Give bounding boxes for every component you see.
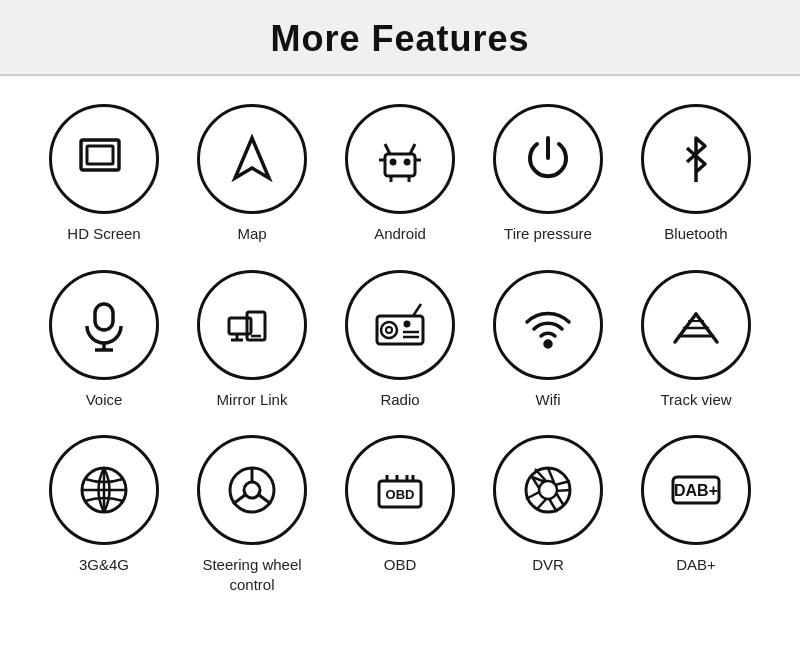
svg-text:DAB+: DAB+: [674, 482, 718, 499]
map-label: Map: [237, 224, 266, 244]
feature-track-view: Track view: [622, 262, 770, 418]
svg-line-42: [259, 495, 271, 504]
svg-rect-1: [87, 146, 113, 164]
wifi-icon: [517, 294, 579, 356]
track-view-icon-circle: [641, 270, 751, 380]
bluetooth-icon-circle: [641, 104, 751, 214]
feature-map: Map: [178, 96, 326, 252]
map-icon-circle: [197, 104, 307, 214]
hd-screen-icon: [73, 128, 135, 190]
svg-rect-22: [377, 316, 423, 344]
feature-bluetooth: Bluetooth: [622, 96, 770, 252]
dvr-icon-circle: [493, 435, 603, 545]
map-icon: [221, 128, 283, 190]
dab-label: DAB+: [676, 555, 716, 575]
feature-tire-pressure: Tire pressure: [474, 96, 622, 252]
svg-point-5: [405, 160, 409, 164]
obd-icon: OBD: [369, 459, 431, 521]
android-label: Android: [374, 224, 426, 244]
feature-android: Android: [326, 96, 474, 252]
steering-wheel-icon-circle: [197, 435, 307, 545]
svg-rect-14: [95, 304, 113, 330]
feature-3g4g: 3G&4G: [30, 427, 178, 602]
steering-wheel-label: Steering wheel control: [182, 555, 322, 594]
page-title: More Features: [0, 18, 800, 60]
svg-line-28: [413, 304, 421, 316]
android-icon: [369, 128, 431, 190]
voice-icon-circle: [49, 270, 159, 380]
tire-pressure-icon: [517, 128, 579, 190]
svg-line-7: [410, 144, 415, 154]
radio-icon: [369, 294, 431, 356]
feature-obd: OBD OBD: [326, 427, 474, 602]
svg-point-50: [539, 481, 557, 499]
steering-wheel-icon: [221, 459, 283, 521]
radio-icon-circle: [345, 270, 455, 380]
feature-mirror-link: Mirror Link: [178, 262, 326, 418]
android-icon-circle: [345, 104, 455, 214]
3g4g-icon: [73, 459, 135, 521]
svg-text:OBD: OBD: [386, 487, 415, 502]
wifi-icon-circle: [493, 270, 603, 380]
tire-pressure-icon-circle: [493, 104, 603, 214]
feature-radio: Radio: [326, 262, 474, 418]
svg-point-4: [391, 160, 395, 164]
feature-steering-wheel: Steering wheel control: [178, 427, 326, 602]
dab-icon: DAB+: [665, 459, 727, 521]
feature-voice: Voice: [30, 262, 178, 418]
track-view-icon: [665, 294, 727, 356]
mirror-link-icon-circle: [197, 270, 307, 380]
hd-screen-icon-circle: [49, 104, 159, 214]
feature-dvr: DVR: [474, 427, 622, 602]
svg-point-24: [386, 327, 392, 333]
obd-label: OBD: [384, 555, 417, 575]
bluetooth-icon: [665, 128, 727, 190]
dvr-label: DVR: [532, 555, 564, 575]
3g4g-label: 3G&4G: [79, 555, 129, 575]
mirror-link-icon: [221, 294, 283, 356]
3g4g-icon-circle: [49, 435, 159, 545]
svg-line-41: [233, 495, 245, 504]
dab-icon-circle: DAB+: [641, 435, 751, 545]
feature-hd-screen: HD Screen: [30, 96, 178, 252]
voice-label: Voice: [86, 390, 123, 410]
obd-icon-circle: OBD: [345, 435, 455, 545]
wifi-label: Wifi: [536, 390, 561, 410]
voice-icon: [73, 294, 135, 356]
feature-dab: DAB+ DAB+: [622, 427, 770, 602]
svg-point-25: [405, 322, 409, 326]
svg-point-29: [545, 341, 551, 347]
feature-wifi: Wifi: [474, 262, 622, 418]
tire-pressure-label: Tire pressure: [504, 224, 592, 244]
svg-marker-2: [235, 138, 269, 178]
features-grid: HD Screen Map: [0, 76, 800, 612]
page-header: More Features: [0, 0, 800, 76]
radio-label: Radio: [380, 390, 419, 410]
bluetooth-label: Bluetooth: [664, 224, 727, 244]
track-view-label: Track view: [660, 390, 731, 410]
svg-line-6: [385, 144, 390, 154]
mirror-link-label: Mirror Link: [217, 390, 288, 410]
hd-screen-label: HD Screen: [67, 224, 140, 244]
dvr-icon: [517, 459, 579, 521]
svg-point-39: [244, 482, 260, 498]
svg-point-23: [381, 322, 397, 338]
svg-rect-3: [385, 154, 415, 176]
